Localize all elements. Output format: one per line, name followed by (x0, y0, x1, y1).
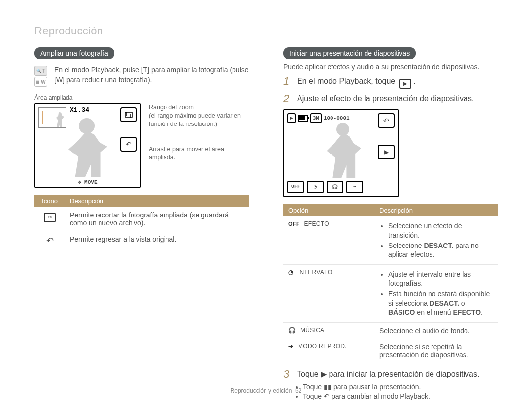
play-button[interactable]: ▶ (378, 145, 395, 159)
back-icon: ↶ (126, 140, 132, 148)
area-label: Área ampliada (34, 94, 249, 101)
effect-off-button[interactable]: OFF (287, 181, 304, 193)
table-row: ↶ Permite regresar a la vista original. (34, 231, 249, 250)
back-icon: ↶ (383, 117, 389, 124)
camera-lcd-slideshow: ▶ 3M 100-0001 ↶ ▶ OFF ◔ 🎧 ➔ (283, 109, 399, 197)
lcd-and-callouts: X1.34 ↶ ✥ MOVE Rango del zoom (el rango … (34, 103, 249, 188)
manual-page: Reproducción Ampliar una fotografía 🔍T ▦… (0, 0, 532, 401)
crop-icon (125, 112, 133, 118)
musica-desc: Seleccione el audio de fondo. (374, 322, 498, 339)
slideshow-intro: Puede aplicar efectos y audio a su prese… (283, 63, 498, 71)
play-icon: ▶ (384, 149, 389, 155)
option-description-table: Opción Descripción OFF EFECTO Seleccione… (283, 204, 498, 363)
modo-desc: Seleccione si se repetirá la presentació… (374, 339, 498, 363)
two-column-layout: Ampliar una fotografía 🔍T ▦W En el modo … (34, 47, 498, 401)
headphones-icon: 🎧 (332, 184, 338, 190)
th-desc: Descripción (374, 204, 498, 216)
heading-slideshow: Iniciar una presentación de diapositivas (283, 47, 416, 59)
move-arrows-icon: ✥ (78, 179, 81, 185)
off-icon: OFF (288, 221, 299, 227)
lcd-bottom-row: OFF ◔ 🎧 ➔ (287, 181, 363, 193)
back-button[interactable]: ↶ (378, 113, 395, 128)
move-indicator: ✥ MOVE (78, 179, 97, 185)
table-row: ➔ MODO REPROD. Seleccione si se repetirá… (283, 339, 498, 363)
intro-block: 🔍T ▦W En el modo Playback, pulse [T] par… (34, 65, 249, 88)
trim-button[interactable] (120, 107, 137, 122)
camera-lcd-enlarge: X1.34 ↶ ✥ MOVE (34, 103, 141, 188)
music-button[interactable]: 🎧 (327, 181, 343, 193)
cell-desc: Permite regresar a la vista original. (65, 231, 249, 250)
silhouette-icon (62, 118, 111, 177)
back-icon: ↶ (46, 236, 54, 246)
timer-icon: ◔ (288, 269, 293, 276)
step-3: 3 Toque ▶ para iniciar la presentación d… (283, 369, 498, 380)
page-footer: Reproducción y edición 52 (0, 387, 532, 394)
crop-icon: ✂ (44, 213, 56, 222)
table-row: 🎧 MÚSICA Seleccione el audio de fondo. (283, 322, 498, 339)
zoom-value: X1.34 (70, 106, 89, 114)
playback-mode-icon: ▶ (287, 113, 296, 123)
file-counter: 100-0001 (324, 115, 350, 121)
svg-rect-0 (125, 112, 132, 117)
zoom-out-key: ▦W (34, 77, 47, 87)
arrow-right-icon: ➔ (288, 343, 293, 350)
repeat-mode-button[interactable]: ➔ (346, 181, 363, 193)
timer-icon: ◔ (314, 184, 317, 190)
silhouette-icon (322, 123, 364, 178)
table-row: ◔ INTERVALO Ajuste el intervalo entre la… (283, 265, 498, 322)
table-row: OFF EFECTO Seleccione un efecto de trans… (283, 216, 498, 265)
callouts: Rango del zoom (el rango máximo puede va… (149, 103, 249, 188)
interval-button[interactable]: ◔ (307, 181, 324, 193)
right-column: Iniciar una presentación de diapositivas… (283, 47, 498, 401)
back-button[interactable]: ↶ (120, 137, 137, 152)
battery-icon (298, 115, 308, 122)
th-option: Opción (283, 204, 374, 216)
th-icon: Icono (34, 195, 65, 207)
callout-zoom-range: Rango del zoom (el rango máximo puede va… (149, 103, 249, 128)
th-desc: Descripción (65, 195, 249, 207)
step-1: 1 En el modo Playback, toque ▶ . (283, 76, 498, 89)
cell-desc: Permite recortar la fotografía ampliada … (65, 207, 249, 231)
step-2: 2 Ajuste el efecto de la presentación de… (283, 93, 498, 104)
lcd-topbar: ▶ 3M 100-0001 (287, 113, 350, 123)
headphones-icon: 🎧 (288, 327, 296, 334)
callout-drag: Arrastre para mover el área ampliada. (149, 145, 249, 162)
intervalo-desc: Ajuste el intervalo entre las fotografía… (379, 270, 493, 317)
efecto-desc: Seleccione un efecto de transición. Sele… (379, 221, 493, 260)
left-column: Ampliar una fotografía 🔍T ▦W En el modo … (34, 47, 249, 401)
zoom-in-key: 🔍T (34, 66, 47, 76)
intro-text: En el modo Playback, pulse [T] para ampl… (54, 65, 249, 88)
table-row: ✂ Permite recortar la fotografía ampliad… (34, 207, 249, 231)
arrow-right-icon: ➔ (353, 184, 356, 190)
zoom-keys: 🔍T ▦W (34, 65, 48, 88)
slideshow-menu-icon: ▶ (399, 79, 411, 89)
icon-description-table: Icono Descripción ✂ Permite recortar la … (34, 195, 249, 250)
page-title: Reproducción (34, 25, 498, 37)
size-badge: 3M (310, 113, 322, 123)
heading-enlarge: Ampliar una fotografía (34, 47, 114, 59)
